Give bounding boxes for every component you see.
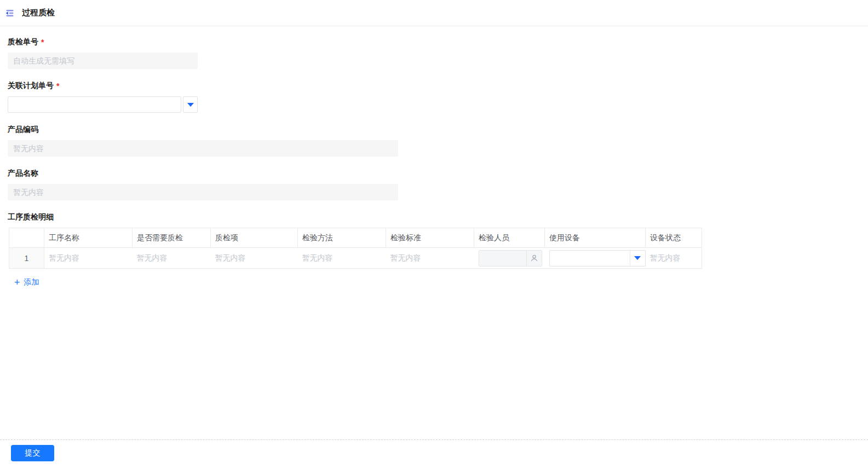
inspector-cell	[474, 248, 545, 269]
product-code-label: 产品编码	[8, 125, 38, 135]
plan-no-combo	[8, 96, 859, 113]
menu-fold-icon[interactable]	[4, 8, 15, 19]
qc-item-cell[interactable]: 暂无内容	[211, 248, 298, 269]
field-product-code: 产品编码	[8, 125, 859, 157]
caret-down-icon	[634, 256, 641, 260]
col-header-index	[9, 228, 44, 248]
plan-no-dropdown-button[interactable]	[183, 96, 198, 113]
qc-no-label-row: 质检单号 *	[8, 37, 859, 47]
plan-no-label: 关联计划单号	[8, 81, 54, 91]
caret-down-icon	[187, 103, 194, 107]
add-row-label: 添加	[24, 277, 39, 287]
plan-no-input[interactable]	[8, 96, 181, 113]
process-name-cell[interactable]: 暂无内容	[44, 248, 133, 269]
plan-no-label-row: 关联计划单号 *	[8, 81, 859, 91]
standard-cell[interactable]: 暂无内容	[386, 248, 474, 269]
detail-section-label: 工序质检明细	[8, 212, 859, 222]
field-product-name: 产品名称	[8, 169, 859, 200]
top-bar: 过程质检	[0, 0, 868, 26]
inspector-input[interactable]	[479, 251, 526, 266]
equipment-status-cell: 暂无内容	[646, 248, 702, 269]
equipment-picker	[549, 250, 646, 267]
required-asterisk: *	[56, 82, 59, 90]
col-header-equip-status: 设备状态	[646, 228, 702, 248]
field-plan-no: 关联计划单号 *	[8, 81, 859, 113]
footer-bar: 提交	[0, 439, 868, 469]
inspector-picker	[479, 250, 542, 267]
equipment-dropdown-button[interactable]	[630, 251, 645, 266]
table-row: 1 暂无内容 暂无内容 暂无内容 暂无内容 暂无内容	[9, 248, 702, 269]
method-cell[interactable]: 暂无内容	[298, 248, 386, 269]
qc-no-label: 质检单号	[8, 37, 38, 47]
qc-no-input[interactable]	[8, 53, 198, 69]
col-header-method: 检验方法	[298, 228, 386, 248]
add-row-button[interactable]: + 添加	[14, 277, 39, 287]
page-title: 过程质检	[22, 8, 55, 18]
table-header-row: 工序名称 是否需要质检 质检项 检验方法 检验标准 检验人员 使用设备 设备状态	[9, 228, 702, 248]
process-qc-detail-table: 工序名称 是否需要质检 质检项 检验方法 检验标准 检验人员 使用设备 设备状态…	[9, 228, 702, 269]
product-name-label-row: 产品名称	[8, 169, 859, 178]
col-header-need-qc: 是否需要质检	[133, 228, 211, 248]
product-code-input[interactable]	[8, 140, 398, 157]
col-header-process: 工序名称	[44, 228, 133, 248]
inspector-select-button[interactable]	[526, 251, 542, 266]
form-area: 质检单号 * 关联计划单号 * 产品编码 产品名称 工序质检明细	[0, 26, 868, 287]
row-index-cell: 1	[9, 248, 44, 269]
plus-icon: +	[14, 279, 20, 286]
submit-button[interactable]: 提交	[11, 445, 54, 461]
col-header-inspector: 检验人员	[474, 228, 545, 248]
equipment-cell	[545, 248, 646, 269]
col-header-equipment: 使用设备	[545, 228, 646, 248]
equipment-input[interactable]	[550, 251, 630, 266]
product-code-label-row: 产品编码	[8, 125, 859, 135]
product-name-label: 产品名称	[8, 169, 38, 178]
required-asterisk: *	[41, 38, 44, 47]
field-qc-no: 质检单号 *	[8, 37, 859, 69]
col-header-qc-item: 质检项	[211, 228, 298, 248]
need-qc-cell[interactable]: 暂无内容	[133, 248, 211, 269]
person-icon	[530, 254, 538, 262]
col-header-standard: 检验标准	[386, 228, 474, 248]
product-name-input[interactable]	[8, 184, 398, 200]
